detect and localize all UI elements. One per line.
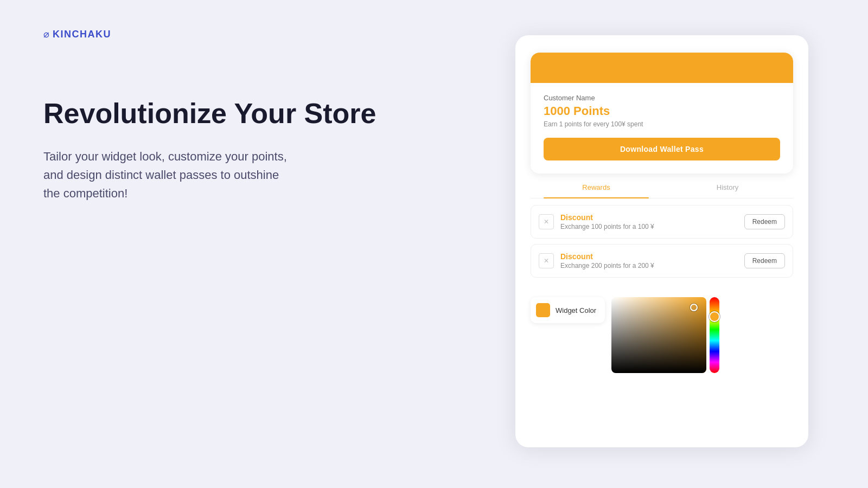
points-value: 1000 Points (544, 104, 780, 118)
logo: ⌀ KINCHAKU (43, 28, 111, 40)
redeem-button-1[interactable]: Redeem (744, 214, 785, 229)
rewards-list: ✕ Discount Exchange 100 points for a 100… (531, 198, 793, 290)
hue-cursor[interactable] (709, 311, 720, 322)
reward-desc-1: Exchange 100 points for a 100 ¥ (560, 223, 744, 230)
reward-info-1: Discount Exchange 100 points for a 100 ¥ (560, 213, 744, 230)
widget-color-pill[interactable]: Widget Color (531, 297, 605, 323)
card-banner (531, 53, 793, 83)
earn-label: Earn 1 points for every 100¥ spent (544, 120, 780, 128)
card-body: Customer Name 1000 Points Earn 1 points … (531, 83, 793, 174)
reward-desc-2: Exchange 200 points for a 200 ¥ (560, 262, 744, 269)
reward-title-2: Discount (560, 252, 744, 261)
redeem-button-2[interactable]: Redeem (744, 253, 785, 268)
loyalty-card: Customer Name 1000 Points Earn 1 points … (531, 53, 793, 174)
widget-color-section: Widget Color (531, 297, 793, 373)
reward-info-2: Discount Exchange 200 points for a 200 ¥ (560, 252, 744, 269)
reward-icon-1: ✕ (539, 214, 554, 229)
color-gradient-picker[interactable] (611, 297, 706, 373)
reward-title-1: Discount (560, 213, 744, 222)
reward-item-1: ✕ Discount Exchange 100 points for a 100… (531, 205, 793, 239)
tab-rewards[interactable]: Rewards (531, 176, 662, 198)
color-picker[interactable] (611, 297, 719, 373)
hero-section: Revolutionize Your Store Tailor your wid… (43, 98, 376, 203)
color-swatch (536, 303, 550, 317)
main-heading: Revolutionize Your Store (43, 98, 376, 130)
tab-history[interactable]: History (662, 176, 793, 198)
tabs-row: Rewards History (531, 174, 793, 198)
widget-color-label: Widget Color (556, 306, 596, 314)
logo-icon: ⌀ (43, 28, 49, 40)
customer-name-label: Customer Name (544, 94, 780, 102)
hero-subtext: Tailor your widget look, customize your … (43, 147, 376, 203)
logo-text: KINCHAKU (53, 29, 111, 40)
hue-slider[interactable] (710, 297, 719, 373)
widget-preview-panel: Customer Name 1000 Points Earn 1 points … (515, 35, 808, 447)
reward-item-2: ✕ Discount Exchange 200 points for a 200… (531, 244, 793, 278)
download-wallet-pass-button[interactable]: Download Wallet Pass (544, 138, 780, 160)
reward-icon-2: ✕ (539, 253, 554, 268)
